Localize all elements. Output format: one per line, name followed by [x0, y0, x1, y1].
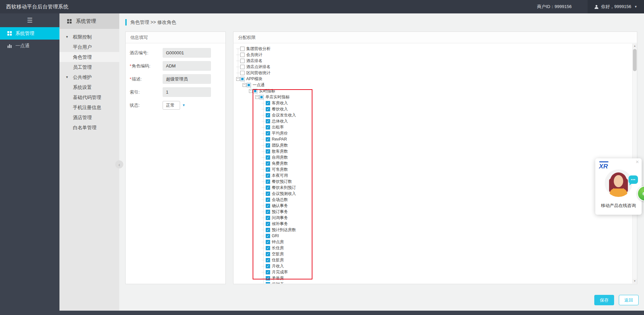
tree-checkbox[interactable]: ✓ [266, 228, 270, 232]
tree-checkbox[interactable] [259, 95, 264, 99]
tree-item-label[interactable]: 预订事务 [272, 209, 288, 215]
tree-checkbox[interactable]: ✓ [266, 131, 270, 136]
tree-checkbox[interactable]: ✓ [266, 113, 270, 117]
tree-item-label[interactable]: 酒店排名 [246, 58, 262, 64]
submenu-header[interactable]: 系统管理 [59, 13, 119, 29]
sidebar-collapse-handle[interactable]: ‹ [115, 160, 123, 168]
tree-item-label[interactable]: 住脏房 [272, 257, 284, 263]
scrollbar-thumb[interactable] [633, 49, 637, 71]
tree-checkbox[interactable]: ✓ [266, 119, 270, 123]
tree-item-label[interactable]: 一点通 [253, 82, 265, 88]
tree-checkbox[interactable]: ✓ [266, 107, 270, 111]
tree-checkbox[interactable]: ✓ [266, 222, 270, 226]
tree-checkbox[interactable] [240, 71, 245, 75]
tree-checkbox[interactable]: ✓ [266, 276, 270, 280]
tree-item-label[interactable]: 酒店点评排名 [246, 64, 270, 70]
tree-checkbox[interactable]: ✓ [266, 179, 270, 184]
tree-item-label[interactable]: 会员统计 [246, 52, 262, 58]
tree-checkbox[interactable]: ✓ [266, 270, 270, 274]
tree-checkbox[interactable]: ✓ [266, 192, 270, 196]
tree-item-label[interactable]: 长住房 [272, 245, 284, 251]
tree-item-label[interactable]: 临时态 [272, 281, 284, 284]
tree-checkbox[interactable] [240, 59, 245, 63]
tree-item-label[interactable]: 餐饮未到预订 [272, 185, 296, 191]
tree-checkbox[interactable] [240, 47, 245, 51]
submenu-item-7[interactable]: 手机注册信息 [59, 102, 119, 112]
tree-checkbox[interactable]: ✓ [266, 258, 270, 262]
submenu-item-2[interactable]: 角色管理 [59, 52, 119, 62]
select-caret-down-icon[interactable]: ▼ [182, 103, 185, 107]
tree-item-label[interactable]: 会议发生收入 [272, 112, 296, 118]
submenu-item-3[interactable]: 员工管理 [59, 62, 119, 72]
tree-item-label[interactable]: 客房收入 [272, 100, 288, 106]
tree-checkbox[interactable]: ✓ [266, 198, 270, 202]
tree-checkbox[interactable] [247, 83, 251, 87]
tree-checkbox[interactable] [240, 65, 245, 69]
tree-item-label[interactable]: GRI [272, 233, 279, 238]
tree-item-label[interactable]: 团队房数 [272, 143, 288, 148]
tree-item-label[interactable]: 散客房数 [272, 149, 288, 154]
status-select[interactable]: 正常 [163, 101, 180, 110]
submenu-item-8[interactable]: 酒店管理 [59, 112, 119, 122]
tree-checkbox[interactable]: ✓ [266, 246, 270, 250]
tree-item-label[interactable]: 实时指标 [259, 88, 275, 94]
tree-item-label[interactable]: 免费房数 [272, 161, 288, 166]
submenu-item-6[interactable]: 基础代码管理 [59, 92, 119, 102]
tree-checkbox[interactable]: ✓ [266, 210, 270, 214]
scroll-down-icon[interactable]: ▼ [633, 279, 637, 283]
tree-item-label[interactable]: 餐饮收入 [272, 106, 288, 112]
tree-checkbox[interactable]: ✓ [266, 137, 270, 142]
tree-item-label[interactable]: 出租率 [272, 124, 284, 130]
close-icon[interactable]: × [636, 159, 639, 165]
tree-item-label[interactable]: 集团营收分析 [246, 46, 270, 52]
sidebar-item-1[interactable]: 一点通 [0, 40, 59, 52]
tree-item-label[interactable]: 总体收入 [272, 118, 288, 124]
tree-item-label[interactable]: 可售房数 [272, 167, 288, 172]
tree-item-label[interactable]: 会议预测收入 [272, 191, 296, 197]
tree-item-label[interactable]: 自用房数 [272, 155, 288, 160]
tree-checkbox[interactable]: ✓ [266, 216, 270, 220]
tree-item-label[interactable]: APP模块 [246, 76, 262, 82]
submenu-item-4[interactable]: ▼公共维护 [59, 72, 119, 82]
tree-checkbox[interactable] [240, 77, 245, 81]
form-input[interactable]: G000001 [163, 48, 211, 58]
chat-widget[interactable]: × XR ••• 移动产品在线咨询 [595, 158, 642, 215]
tree-item-label[interactable]: 问询事务 [272, 215, 288, 221]
user-menu[interactable]: 你好，9999156 ▼ [588, 0, 644, 13]
tree-checkbox[interactable]: ✓ [266, 204, 270, 208]
scroll-up-icon[interactable]: ▲ [633, 44, 637, 48]
tree-checkbox[interactable]: ✓ [266, 101, 270, 105]
tree-checkbox[interactable]: ✓ [266, 282, 270, 284]
tree-item-label[interactable]: 钟点房 [272, 239, 284, 245]
tree-item-label[interactable]: 空脏房 [272, 251, 284, 257]
tree-item-label[interactable]: 候补事务 [272, 221, 288, 227]
tree-item-label[interactable]: 预计到达房数 [272, 227, 296, 233]
tree-item-label[interactable]: 月收入 [272, 263, 284, 269]
tree-item-label[interactable]: 单店实时指标 [265, 94, 290, 100]
tree-checkbox[interactable]: ✓ [266, 173, 270, 178]
tree-item-label[interactable]: 确认事务 [272, 203, 288, 209]
tree-checkbox[interactable]: ✓ [266, 264, 270, 268]
tree-item-label[interactable]: RevPAR [272, 137, 287, 142]
tree-checkbox[interactable]: ✓ [266, 125, 270, 129]
tree-item-label[interactable]: 月完成率 [272, 269, 288, 275]
tree-checkbox[interactable]: ✓ [266, 167, 270, 172]
form-input[interactable]: 超级管理员 [163, 74, 211, 84]
form-input[interactable]: ADM [163, 61, 211, 71]
tree-checkbox[interactable]: ✓ [266, 186, 270, 190]
tree-item-label[interactable]: 区间营收统计 [246, 70, 270, 76]
tree-checkbox[interactable] [240, 53, 245, 57]
tree-item-label[interactable]: 平均房价 [272, 130, 288, 136]
back-button[interactable]: 返回 [619, 295, 639, 305]
tree-checkbox[interactable]: ✓ [266, 252, 270, 256]
submenu-item-1[interactable]: 平台用户 [59, 42, 119, 52]
submenu-item-5[interactable]: 系统设置 [59, 82, 119, 92]
tree-item-label[interactable]: 本夜可用 [272, 173, 288, 178]
tree-checkbox[interactable] [253, 89, 257, 93]
tree-checkbox[interactable]: ✓ [266, 234, 270, 238]
tree-checkbox[interactable]: ✓ [266, 155, 270, 160]
form-input[interactable]: 1 [163, 87, 211, 97]
save-button[interactable]: 保存 [594, 295, 614, 305]
tree-checkbox[interactable]: ✓ [266, 149, 270, 154]
tree-item-label[interactable]: 矛盾房 [272, 275, 284, 281]
